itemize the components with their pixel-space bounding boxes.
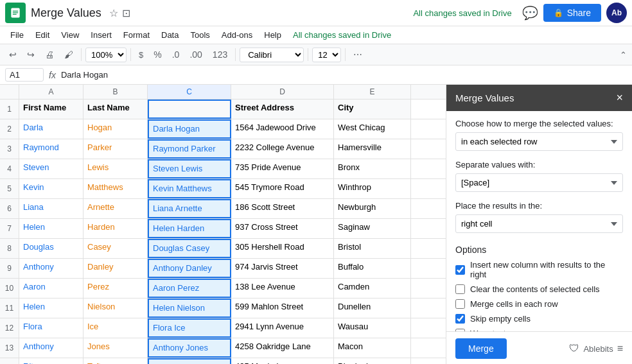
separate-values-select[interactable]: [Space] [Comma] [Semicolon] [Newline]: [455, 173, 623, 192]
cell-d[interactable]: 2941 Lynn Avenue: [231, 318, 334, 338]
cell-d[interactable]: 138 Lee Avenue: [231, 279, 334, 298]
menu-tools[interactable]: Tools: [185, 28, 215, 42]
font-size-select[interactable]: 12: [312, 48, 341, 62]
cell-b[interactable]: Jones: [83, 338, 148, 358]
paint-format-button[interactable]: 🖌: [60, 47, 77, 62]
cell-c[interactable]: Liana Arnette: [148, 199, 231, 218]
cell-d[interactable]: 735 Pride Avenue: [231, 159, 334, 178]
cell-d[interactable]: Street Address: [231, 100, 334, 119]
cell-c[interactable]: Kevin Matthews: [148, 179, 231, 198]
cell-a[interactable]: Liana: [19, 199, 83, 218]
cell-b[interactable]: Harden: [83, 219, 148, 238]
cell-b[interactable]: Hogan: [83, 119, 148, 139]
cell-c[interactable]: Flora Ice: [148, 318, 231, 338]
cell-e[interactable]: Wausau: [334, 318, 411, 338]
cell-a[interactable]: Helen: [19, 219, 83, 238]
cell-b[interactable]: Taft: [83, 358, 148, 364]
cell-e[interactable]: Hamersville: [334, 139, 411, 159]
cell-a[interactable]: Flora: [19, 318, 83, 338]
cell-b[interactable]: Lewis: [83, 159, 148, 178]
cell-c[interactable]: Douglas Casey: [148, 239, 231, 258]
format-number-button[interactable]: 123: [209, 47, 231, 62]
cell-b[interactable]: Arnette: [83, 199, 148, 218]
col-header-e[interactable]: E: [334, 85, 411, 99]
cell-a[interactable]: Rita: [19, 358, 83, 364]
formula-input[interactable]: [61, 70, 627, 80]
cell-e[interactable]: Bronx: [334, 159, 411, 178]
cell-a[interactable]: Helen: [19, 299, 83, 318]
cell-e[interactable]: Birmingham: [334, 358, 411, 364]
menu-dots-icon[interactable]: ≡: [617, 343, 623, 354]
more-formats-button[interactable]: ⋯: [349, 47, 366, 62]
currency-button[interactable]: $: [135, 48, 147, 62]
cell-d[interactable]: 4258 Oakridge Lane: [231, 338, 334, 358]
cell-b[interactable]: Ice: [83, 318, 148, 338]
cell-c[interactable]: Steven Lewis: [148, 159, 231, 178]
cell-b[interactable]: Casey: [83, 239, 148, 258]
cell-a[interactable]: Anthony: [19, 338, 83, 358]
cell-a[interactable]: Douglas: [19, 239, 83, 258]
cell-e[interactable]: Bristol: [334, 239, 411, 258]
undo-button[interactable]: ↩: [5, 47, 21, 62]
cell-c[interactable]: Raymond Parker: [148, 139, 231, 159]
cell-e[interactable]: Winthrop: [334, 179, 411, 198]
menu-help[interactable]: Help: [259, 28, 286, 42]
font-select[interactable]: Calibri: [240, 48, 304, 62]
star-icon[interactable]: ☆: [109, 7, 118, 19]
cell-e[interactable]: Newburgh: [334, 199, 411, 218]
merge-button[interactable]: Merge: [455, 338, 507, 359]
cell-c[interactable]: Aaron Perez: [148, 279, 231, 298]
cell-d[interactable]: 937 Cross Street: [231, 219, 334, 238]
option-insert-column-checkbox[interactable]: [455, 265, 465, 275]
menu-edit[interactable]: Edit: [30, 28, 55, 42]
cell-c[interactable]: Helen Nielson: [148, 299, 231, 318]
print-button[interactable]: 🖨: [41, 47, 58, 62]
cell-b[interactable]: Last Name: [83, 100, 148, 119]
cell-e[interactable]: Dunellen: [334, 299, 411, 318]
cell-d[interactable]: 599 Mahlon Street: [231, 299, 334, 318]
share-button[interactable]: 🔒 Share: [543, 4, 601, 22]
cell-e[interactable]: West Chicag: [334, 119, 411, 139]
cell-c[interactable]: Rita Taft: [148, 358, 231, 364]
chat-icon[interactable]: 💬: [522, 5, 538, 21]
cell-a[interactable]: Raymond: [19, 139, 83, 159]
cell-a[interactable]: Aaron: [19, 279, 83, 298]
option-skip-empty-checkbox[interactable]: [455, 314, 465, 324]
cell-e[interactable]: Macon: [334, 338, 411, 358]
menu-insert[interactable]: Insert: [85, 28, 117, 42]
menu-view[interactable]: View: [56, 28, 84, 42]
cell-c[interactable]: Anthony Danley: [148, 259, 231, 278]
option-clear-contents-checkbox[interactable]: [455, 284, 465, 294]
cell-d[interactable]: 545 Trymore Road: [231, 179, 334, 198]
col-header-d[interactable]: D: [231, 85, 334, 99]
zoom-select[interactable]: 100%: [85, 48, 127, 62]
cell-e[interactable]: Buffalo: [334, 259, 411, 278]
cell-c[interactable]: Helen Harden: [148, 219, 231, 238]
cell-d[interactable]: 1564 Jadewood Drive: [231, 119, 334, 139]
collapse-toolbar-button[interactable]: ⌃: [620, 50, 627, 60]
cell-e[interactable]: Saginaw: [334, 219, 411, 238]
cell-b[interactable]: Perez: [83, 279, 148, 298]
col-header-a[interactable]: A: [19, 85, 83, 99]
cell-a[interactable]: Darla: [19, 119, 83, 139]
cell-b[interactable]: Danley: [83, 259, 148, 278]
col-header-b[interactable]: B: [83, 85, 148, 99]
col-header-c[interactable]: C: [148, 85, 231, 99]
cell-a[interactable]: Kevin: [19, 179, 83, 198]
menu-file[interactable]: File: [5, 28, 29, 42]
menu-format[interactable]: Format: [118, 28, 155, 42]
cell-c[interactable]: Anthony Jones: [148, 338, 231, 358]
shield-icon[interactable]: 🛡: [569, 343, 579, 354]
close-sidebar-button[interactable]: ×: [616, 91, 623, 105]
decimal-less-button[interactable]: .0: [168, 47, 184, 62]
cell-a[interactable]: Steven: [19, 159, 83, 178]
cell-d[interactable]: 186 Scott Street: [231, 199, 334, 218]
cell-e[interactable]: Camden: [334, 279, 411, 298]
cell-e[interactable]: City: [334, 100, 411, 119]
cell-c[interactable]: Darla Hogan: [148, 119, 231, 139]
place-results-select[interactable]: right cell left cell: [455, 214, 623, 233]
redo-button[interactable]: ↪: [23, 47, 39, 62]
cell-d[interactable]: 974 Jarvis Street: [231, 259, 334, 278]
option-merge-cells-checkbox[interactable]: [455, 299, 465, 309]
cell-d[interactable]: 2232 College Avenue: [231, 139, 334, 159]
